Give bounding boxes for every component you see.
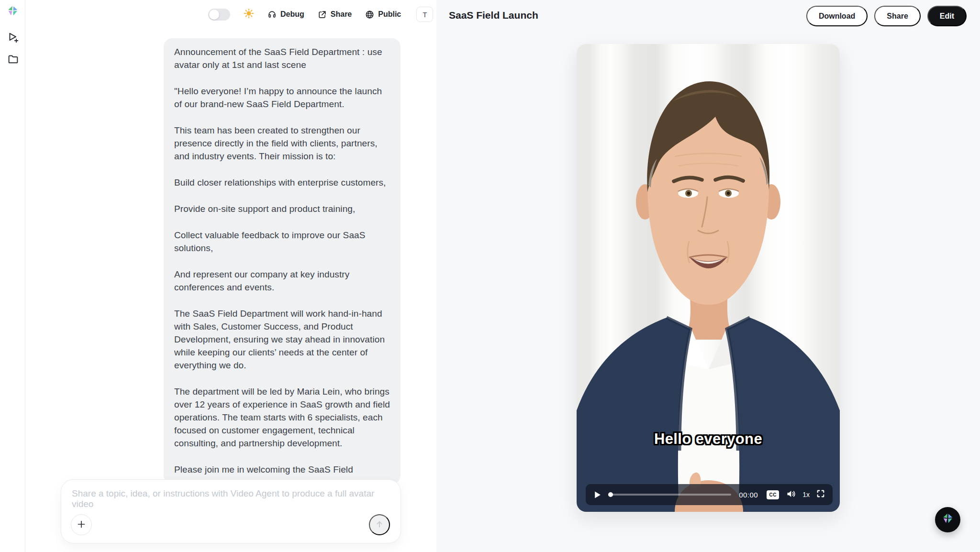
speaker-icon xyxy=(786,489,796,501)
current-time: 00:00 xyxy=(739,491,758,499)
message-paragraph: This team has been created to strengthen… xyxy=(174,124,390,163)
app-logo[interactable] xyxy=(6,6,20,19)
project-title: SaaS Field Launch xyxy=(449,10,538,21)
video-agent-app: Debug Share xyxy=(0,0,980,552)
seek-track xyxy=(608,494,731,496)
playback-speed-button[interactable]: 1x xyxy=(802,491,810,498)
message-paragraph: Announcement of the SaaS Field Departmen… xyxy=(174,45,390,71)
send-button[interactable] xyxy=(369,514,390,535)
seek-handle[interactable] xyxy=(608,492,613,497)
gem-logo-icon xyxy=(942,513,954,527)
chat-panel: Debug Share xyxy=(25,0,436,552)
captions-button[interactable]: CC xyxy=(767,490,779,499)
public-label: Public xyxy=(378,10,401,19)
debug-label: Debug xyxy=(280,10,304,19)
share-video-button[interactable]: Share xyxy=(874,6,920,26)
message-paragraph: Provide on-site support and product trai… xyxy=(174,202,390,215)
fullscreen-button[interactable] xyxy=(816,489,825,500)
prompt-input[interactable] xyxy=(72,488,388,516)
cc-icon: CC xyxy=(767,490,779,499)
message-paragraph: And represent our company at key industr… xyxy=(174,268,390,294)
fullscreen-icon xyxy=(816,489,825,500)
gem-logo-icon xyxy=(7,5,19,20)
sidebar-item-projects[interactable] xyxy=(6,53,20,66)
message-paragraph: Collect valuable feedback to improve our… xyxy=(174,229,390,254)
message-paragraph: "Hello everyone! I’m happy to announce t… xyxy=(174,85,390,110)
volume-button[interactable] xyxy=(786,489,796,501)
video-player[interactable]: Hello everyone 00:00 CC xyxy=(577,44,840,512)
share-label: Share xyxy=(331,10,352,19)
seek-bar[interactable] xyxy=(608,492,731,497)
shortcut-key-button[interactable]: T xyxy=(416,7,433,22)
headphones-icon xyxy=(267,10,277,19)
plus-icon xyxy=(77,519,86,530)
sidebar xyxy=(0,0,25,552)
toggle-knob xyxy=(209,10,219,20)
arrow-up-icon xyxy=(375,520,384,530)
public-button[interactable]: Public xyxy=(365,10,401,19)
chat-toolbar: Debug Share xyxy=(208,7,433,22)
composer-card xyxy=(61,479,401,543)
share-button[interactable]: Share xyxy=(318,10,352,19)
debug-button[interactable]: Debug xyxy=(267,10,304,19)
play-plus-icon xyxy=(7,31,19,45)
message-paragraph: The SaaS Field Department will work hand… xyxy=(174,307,390,372)
debug-toggle[interactable] xyxy=(208,9,230,21)
user-message-bubble: Announcement of the SaaS Field Departmen… xyxy=(164,38,401,484)
sidebar-item-create-video[interactable] xyxy=(6,32,20,45)
sun-icon[interactable] xyxy=(244,8,254,21)
folder-icon xyxy=(7,53,19,67)
globe-icon xyxy=(365,10,374,19)
assistant-fab[interactable] xyxy=(935,507,960,532)
video-caption: Hello everyone xyxy=(577,431,840,448)
share-icon xyxy=(318,10,327,19)
message-paragraph: Please join me in welcoming the SaaS Fie… xyxy=(174,463,390,476)
play-button[interactable] xyxy=(593,491,601,499)
preview-actions: Download Share Edit xyxy=(806,6,967,26)
edit-button[interactable]: Edit xyxy=(927,6,967,26)
message-paragraph: The department will be led by Maria Lein… xyxy=(174,385,390,450)
add-attachment-button[interactable] xyxy=(71,514,92,535)
shortcut-key-label: T xyxy=(423,11,427,19)
video-preview-panel: SaaS Field Launch Download Share Edit xyxy=(436,0,980,552)
message-paragraph: Build closer relationships with enterpri… xyxy=(174,176,390,189)
video-controls: 00:00 CC 1x xyxy=(586,484,833,505)
download-button[interactable]: Download xyxy=(806,6,868,26)
